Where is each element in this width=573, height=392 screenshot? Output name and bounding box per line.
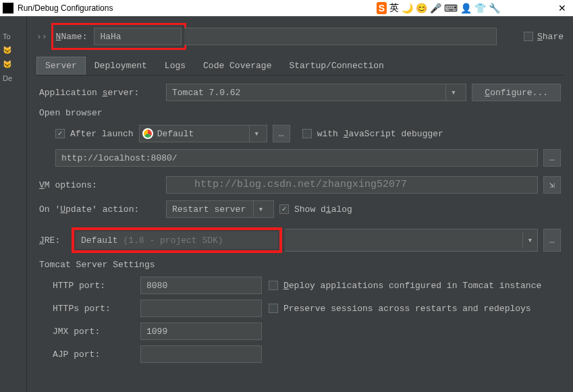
jre-select-inner[interactable]: Default (1.8 - project SDK) — [76, 231, 278, 249]
jre-select-ext[interactable]: ▾ — [285, 229, 538, 252]
http-port-label: HTTP port: — [53, 281, 134, 291]
vm-options-label: VM options: — [39, 180, 161, 190]
chevron-down-icon: ▾ — [249, 125, 264, 142]
share-label: Share — [537, 32, 564, 42]
app-server-label: Application server: — [39, 88, 161, 98]
keyboard-icon: ⌨ — [444, 3, 458, 13]
update-action-label: On 'Update' action: — [39, 204, 161, 215]
moon-icon: 🌙 — [402, 3, 413, 13]
titlebar: Run/Debug Configurations S 英 🌙 😊 🎤 ⌨ 👤 👕… — [0, 0, 573, 16]
update-action-select[interactable]: Restart server ▾ — [166, 200, 274, 218]
configure-button[interactable]: Configure... — [472, 84, 561, 101]
mic-icon: 🎤 — [430, 3, 441, 13]
ime-toolbar: S 英 🌙 😊 🎤 ⌨ 👤 👕 🔧 — [377, 2, 500, 14]
chevron-down-icon: ▾ — [445, 84, 460, 101]
preserve-sessions-checkbox[interactable] — [269, 304, 278, 313]
tab-deployment[interactable]: Deployment — [86, 57, 156, 75]
https-port-label: HTTPs port: — [53, 304, 134, 314]
tab-startup-connection[interactable]: Startup/Connection — [280, 57, 392, 75]
show-dialog-checkbox[interactable] — [279, 204, 289, 214]
sidebar-item[interactable]: 🐱 — [0, 57, 26, 72]
name-label: NName: — [56, 32, 88, 42]
chevron-down-icon: ▾ — [253, 201, 268, 217]
share-checkbox[interactable] — [524, 32, 533, 41]
name-highlight: NName: — [51, 23, 186, 50]
after-launch-label: After launch — [70, 129, 134, 139]
jre-value: Default — [81, 235, 118, 246]
app-icon — [3, 3, 13, 13]
app-server-value: Tomcat 7.0.62 — [172, 88, 240, 98]
jre-label: JRE: — [39, 235, 66, 246]
url-input[interactable] — [55, 149, 538, 167]
wrench-icon: 🔧 — [489, 3, 500, 13]
app-server-select[interactable]: Tomcat 7.0.62 ▾ — [166, 84, 466, 101]
sidebar: To 🐱 🐱 De — [0, 16, 27, 392]
js-debugger-checkbox[interactable] — [302, 129, 312, 138]
browser-more-button[interactable]: … — [273, 125, 290, 142]
deploy-apps-checkbox[interactable] — [269, 281, 278, 290]
after-launch-checkbox[interactable] — [55, 129, 65, 138]
vm-expand-button[interactable]: ⇲ — [543, 176, 561, 194]
tab-server[interactable]: Server — [36, 57, 86, 75]
name-input-extended[interactable] — [184, 28, 497, 45]
sidebar-item[interactable]: De — [0, 72, 26, 85]
chrome-icon — [142, 128, 153, 139]
face-icon: 😊 — [416, 3, 427, 13]
update-action-value: Restart server — [172, 204, 246, 215]
jmx-port-label: JMX port: — [53, 327, 134, 337]
browser-select[interactable]: Default ▾ — [139, 125, 267, 142]
close-button[interactable]: ✕ — [554, 3, 570, 13]
https-port-input[interactable] — [140, 300, 262, 317]
tab-bar: Server Deployment Logs Code Coverage Sta… — [36, 57, 564, 76]
ajp-port-label: AJP port: — [53, 349, 134, 360]
url-more-button[interactable]: … — [543, 149, 561, 167]
jre-more-button[interactable]: … — [543, 229, 561, 252]
shirt-icon: 👕 — [474, 3, 486, 13]
window-title: Run/Debug Configurations — [18, 3, 113, 13]
vm-options-input[interactable] — [166, 176, 538, 194]
ime-icon: S — [377, 2, 387, 14]
preserve-sessions-label: Preserve sessions across restarts and re… — [283, 304, 531, 314]
tab-logs[interactable]: Logs — [156, 57, 194, 75]
name-input[interactable] — [94, 28, 181, 45]
open-browser-legend: Open browser — [39, 108, 561, 118]
sidebar-item[interactable]: 🐱 — [0, 43, 26, 57]
browser-value: Default — [157, 129, 194, 139]
jre-highlight: Default (1.8 - project SDK) — [72, 227, 282, 253]
person-icon: 👤 — [460, 3, 472, 13]
lang-indicator: 英 — [389, 2, 399, 14]
ajp-port-input[interactable] — [140, 345, 262, 363]
jre-hint: (1.8 - project SDK) — [123, 235, 223, 246]
chevron-down-icon: ▾ — [522, 232, 537, 248]
jmx-port-input[interactable] — [140, 323, 262, 340]
tab-code-coverage[interactable]: Code Coverage — [194, 57, 280, 75]
tomcat-settings-legend: Tomcat Server Settings — [39, 260, 561, 270]
collapse-icon[interactable]: ›› — [36, 32, 47, 42]
show-dialog-label: Show dialog — [294, 204, 352, 215]
deploy-apps-label: Deploy applications configured in Tomcat… — [283, 281, 541, 291]
sidebar-item[interactable]: To — [0, 30, 26, 43]
http-port-input[interactable] — [140, 277, 262, 294]
js-debugger-label: with JavaScript debugger — [317, 129, 443, 139]
